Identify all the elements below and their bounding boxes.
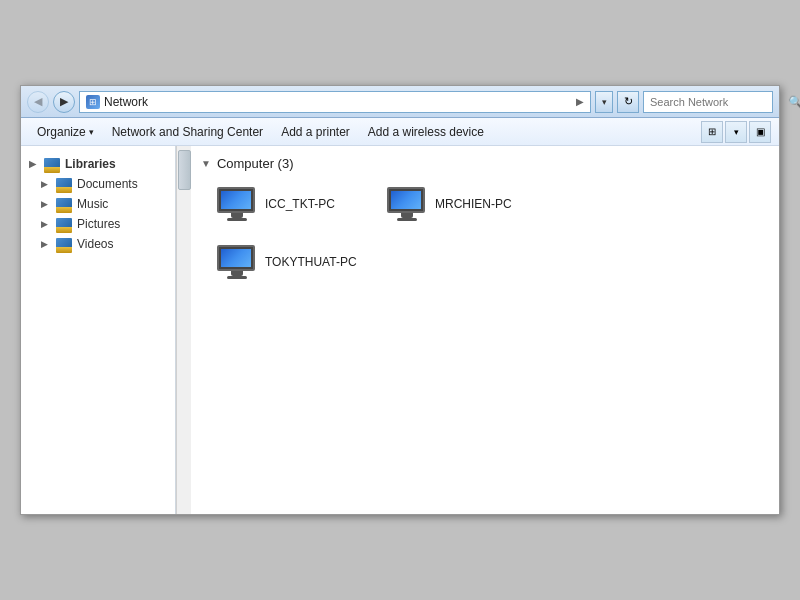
section-title: Computer (3) <box>217 156 294 171</box>
sidebar-item-videos[interactable]: ▶ Videos <box>21 234 175 254</box>
sidebar-pictures-label: Pictures <box>77 217 120 231</box>
network-icon: ⊞ <box>86 95 100 109</box>
computers-grid: ICC_TKT-PC MRCHIEN-PC <box>201 183 769 225</box>
view-dropdown-arrow-icon: ▾ <box>734 127 739 137</box>
sidebar-documents-label: Documents <box>77 177 138 191</box>
back-icon: ◀ <box>34 95 42 108</box>
add-printer-label: Add a printer <box>281 125 350 139</box>
address-dropdown-button[interactable]: ▾ <box>595 91 613 113</box>
computer-item-tokythuat-pc[interactable]: TOKYTHUAT-PC <box>211 241 363 283</box>
toolbar: Organize ▾ Network and Sharing Center Ad… <box>21 118 779 146</box>
section-header: ▼ Computer (3) <box>201 156 769 171</box>
address-bar: ◀ ▶ ⊞ Network ▶ ▾ ↻ 🔍 <box>21 86 779 118</box>
monitor-base-tokythuat <box>227 276 247 279</box>
computers-grid-row2: TOKYTHUAT-PC <box>201 241 769 283</box>
monitor-base-icc <box>227 218 247 221</box>
chevron-right-icon-3: ▶ <box>41 219 51 229</box>
libraries-icon <box>44 158 60 171</box>
add-printer-button[interactable]: Add a printer <box>273 121 358 143</box>
computer-icon-mrchien <box>387 187 427 221</box>
chevron-right-icon-2: ▶ <box>41 199 51 209</box>
sidebar-item-music[interactable]: ▶ Music <box>21 194 175 214</box>
music-icon <box>56 198 72 211</box>
videos-icon <box>56 238 72 251</box>
dropdown-arrow-icon: ▾ <box>602 97 607 107</box>
add-wireless-label: Add a wireless device <box>368 125 484 139</box>
chevron-down-icon: ▶ <box>29 159 39 169</box>
monitor-mrchien <box>387 187 425 213</box>
address-box[interactable]: ⊞ Network ▶ <box>79 91 591 113</box>
path-arrow: ▶ <box>576 96 584 107</box>
content-area: ▼ Computer (3) ICC_TKT-PC <box>191 146 779 514</box>
address-path: Network <box>104 95 572 109</box>
section-collapse-icon: ▼ <box>201 158 211 169</box>
monitor-screen-icc <box>221 191 251 209</box>
documents-icon <box>56 178 72 191</box>
monitor-base-mrchien <box>397 218 417 221</box>
sidebar-videos-label: Videos <box>77 237 113 251</box>
view-icon: ⊞ <box>708 126 716 137</box>
pane-toggle-button[interactable]: ▣ <box>749 121 771 143</box>
monitor-tokythuat <box>217 245 255 271</box>
pane-icon: ▣ <box>756 126 765 137</box>
sidebar: ▶ Libraries ▶ Documents ▶ Music ▶ Pictur… <box>21 146 176 514</box>
view-dropdown-button[interactable]: ▾ <box>725 121 747 143</box>
monitor-screen-tokythuat <box>221 249 251 267</box>
chevron-right-icon-4: ▶ <box>41 239 51 249</box>
computer-item-icc-tkt-pc[interactable]: ICC_TKT-PC <box>211 183 361 225</box>
computer-label-tokythuat: TOKYTHUAT-PC <box>265 255 357 269</box>
computer-label-icc: ICC_TKT-PC <box>265 197 335 211</box>
computer-item-mrchien-pc[interactable]: MRCHIEN-PC <box>381 183 531 225</box>
view-toggle-button[interactable]: ⊞ <box>701 121 723 143</box>
forward-button[interactable]: ▶ <box>53 91 75 113</box>
add-wireless-button[interactable]: Add a wireless device <box>360 121 492 143</box>
sidebar-libraries-label: Libraries <box>65 157 116 171</box>
toolbar-right: ⊞ ▾ ▣ <box>701 121 771 143</box>
computer-label-mrchien: MRCHIEN-PC <box>435 197 512 211</box>
forward-icon: ▶ <box>60 95 68 108</box>
sidebar-item-libraries[interactable]: ▶ Libraries <box>21 154 175 174</box>
computer-icon-tokythuat <box>217 245 257 279</box>
sidebar-item-documents[interactable]: ▶ Documents <box>21 174 175 194</box>
sidebar-music-label: Music <box>77 197 108 211</box>
computer-icon-icc <box>217 187 257 221</box>
sidebar-scrollbar[interactable] <box>176 146 191 514</box>
sidebar-item-pictures[interactable]: ▶ Pictures <box>21 214 175 234</box>
explorer-window: ◀ ▶ ⊞ Network ▶ ▾ ↻ 🔍 Organize ▾ Net <box>20 85 780 515</box>
search-box[interactable]: 🔍 <box>643 91 773 113</box>
pictures-icon <box>56 218 72 231</box>
organize-label: Organize <box>37 125 86 139</box>
chevron-right-icon: ▶ <box>41 179 51 189</box>
network-sharing-label: Network and Sharing Center <box>112 125 263 139</box>
scrollbar-thumb[interactable] <box>178 150 191 190</box>
organize-button[interactable]: Organize ▾ <box>29 121 102 143</box>
network-sharing-button[interactable]: Network and Sharing Center <box>104 121 271 143</box>
monitor-icc <box>217 187 255 213</box>
refresh-button[interactable]: ↻ <box>617 91 639 113</box>
search-input[interactable] <box>650 96 788 108</box>
monitor-screen-mrchien <box>391 191 421 209</box>
main-area: ▶ Libraries ▶ Documents ▶ Music ▶ Pictur… <box>21 146 779 514</box>
back-button[interactable]: ◀ <box>27 91 49 113</box>
search-icon: 🔍 <box>788 95 800 109</box>
organize-arrow-icon: ▾ <box>89 127 94 137</box>
refresh-icon: ↻ <box>624 95 633 108</box>
